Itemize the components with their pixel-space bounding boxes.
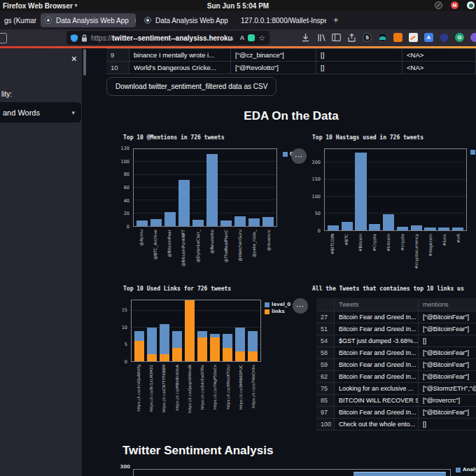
plot-area (133, 148, 277, 227)
new-tab-button[interactable]: + (333, 15, 339, 25)
chart-title: Top 10 @Mentions in 726 tweets (123, 134, 225, 141)
row-index-cell: 85 (316, 395, 335, 407)
scrollbar-thumb[interactable] (83, 49, 86, 76)
row-index-cell: 54 (316, 335, 335, 347)
table-row[interactable]: 85BITCOIN WILL RECOVER S...["@rovercrc"] (316, 395, 476, 407)
x-tick-label: @WatcherGuru (238, 230, 243, 262)
legend-label: links (272, 309, 285, 314)
x-tick-label: @BitcoinFear (167, 230, 172, 258)
x-tick-label: #lunc (442, 234, 447, 246)
tab-data-analysis-active[interactable]: Data Analysis Web App × (41, 13, 136, 27)
downloads-icon[interactable] (301, 33, 310, 42)
table-row[interactable]: 100Check out the whole ento...[] (316, 419, 476, 430)
momentum-icon[interactable] (378, 33, 387, 42)
translate-icon[interactable]: A (240, 34, 245, 41)
bar (369, 149, 380, 230)
sidebar-toggle-icon[interactable] (332, 33, 341, 42)
sidebar: × lity: and Words ▾ (0, 48, 82, 476)
chart-menu-button[interactable]: ⋯ (291, 148, 307, 164)
table-row[interactable]: 27Bitcoin Fear and Greed In...["@Bitcoin… (316, 312, 476, 323)
bar (172, 300, 183, 361)
bar (411, 149, 422, 230)
bar-segment (342, 222, 353, 230)
chevron-down-icon: ▾ (71, 109, 75, 116)
table-cell: binance I mentally wrote i... (130, 49, 231, 62)
table-row[interactable]: 9binance I mentally wrote i...["@cz_bina… (106, 49, 476, 62)
bar-segment (262, 217, 274, 226)
bar-segment (134, 341, 145, 361)
bar (147, 300, 158, 361)
tab-settings-partial[interactable]: gs (Kumar × (0, 13, 36, 27)
table-cell: ["@cz_binance"] (231, 49, 316, 62)
tab-title: 127.0.0.1:8000/Wallet-Inspe (241, 17, 326, 24)
chart-menu-button[interactable]: ⋯ (293, 298, 308, 314)
tab-favicon (45, 17, 52, 24)
x-tick-label: @pete_rizzo_ (252, 230, 257, 258)
table-row[interactable]: 51Bitcoin Fear and Greed In...["@Bitcoin… (316, 323, 476, 335)
stylus-icon[interactable]: S (363, 33, 372, 42)
table-cell: ["@Revolotto"] (231, 62, 316, 74)
y-tick-label: 50 (309, 211, 321, 216)
table-cell: [] (419, 419, 476, 430)
bar-segment (160, 354, 170, 361)
translate-extension-icon[interactable]: A (424, 33, 433, 42)
bar (134, 300, 145, 361)
y-tick-label: 0 (118, 359, 127, 365)
bar-segment (328, 225, 339, 230)
bar (178, 149, 190, 226)
tweets-table[interactable]: Tweetsmentions27Bitcoin Fear and Greed I… (316, 298, 476, 430)
bar (342, 149, 353, 230)
url-text[interactable]: https://twitter--sentiment--analysiss.he… (91, 34, 233, 42)
table-cell: ["@BitcoinFear"] (419, 312, 476, 323)
mail-notifier-icon[interactable]: M (451, 1, 458, 9)
table-row[interactable]: 54$GST just dumped -3.68%...[] (316, 335, 476, 347)
chart-legend-cut (470, 150, 475, 155)
table-row[interactable]: 10World's Dangerous Cricke...["@Revolott… (106, 62, 476, 74)
bar (210, 300, 220, 361)
pocket-icon[interactable] (248, 34, 255, 41)
purple-extension-icon[interactable] (470, 33, 476, 42)
x-tick-label: @TheRealPlanC (224, 230, 229, 262)
bar-segment (369, 224, 380, 230)
system-clock[interactable]: Sun Jun 5 5:04 PM (0, 2, 476, 10)
library-icon[interactable] (316, 33, 326, 42)
table-cell: [] (316, 62, 402, 74)
bookmark-star-icon[interactable]: ☆ (258, 34, 265, 43)
filtered-dataframe[interactable]: 9binance I mentally wrote i...["@cz_bina… (106, 48, 476, 74)
app-indicator-icon[interactable] (467, 1, 475, 9)
close-icon[interactable]: × (134, 17, 136, 24)
orange-extension-icon[interactable] (393, 33, 402, 42)
keyboard-layout-icon[interactable] (435, 1, 442, 9)
bar (235, 300, 246, 361)
download-csv-button[interactable]: Download twitter_sentiment_filtered data… (106, 77, 276, 96)
y-tick-label: 80 (118, 172, 130, 177)
tab-data-analysis-2[interactable]: Data Analysis Web App × (140, 13, 232, 27)
adguard-shield-icon[interactable] (440, 33, 449, 42)
functionality-select[interactable]: and Words ▾ (0, 102, 81, 122)
bar (355, 149, 366, 230)
share-icon[interactable] (347, 33, 356, 42)
x-tick-label: https://t.co/CB75TPK88M (162, 365, 166, 413)
chart-top-links: Top 10 Used Links for 726 tweets 051015 … (119, 283, 307, 431)
tab-wallet-inspector[interactable]: 127.0.0.1:8000/Wallet-Inspe × (237, 13, 326, 27)
table-row[interactable]: 59Bitcoin Fear and Greed In...["@Bitcoin… (316, 359, 476, 371)
notes-icon[interactable] (409, 33, 418, 42)
shield-icon[interactable] (71, 34, 78, 42)
table-row[interactable]: 58Bitcoin Fear and Greed In...["@Bitcoin… (316, 347, 476, 359)
table-cell: [] (419, 335, 476, 347)
table-row[interactable]: 97Bitcoin Fear and Greed In...["@Bitcoin… (316, 407, 476, 419)
x-axis-labels: https://t.co/4cVQuB6Ufghttps://t.co/Bc1s… (131, 363, 261, 430)
sidebar-close-button[interactable]: × (71, 54, 77, 64)
bottom-chart-ytick: 300 (118, 464, 130, 470)
url-bar[interactable]: https://twitter--sentiment--analysiss.he… (66, 31, 270, 45)
table-cell: BITCOIN WILL RECOVER S... (335, 395, 419, 407)
toolbar-partial-icon[interactable] (0, 33, 7, 43)
grammarly-icon[interactable]: G (455, 33, 464, 42)
bars (132, 300, 260, 361)
table-row[interactable]: 62Bitcoin Fear and Greed In...["@Bitcoin… (316, 371, 476, 383)
y-tick-label: 60 (118, 185, 130, 190)
table-cell: Bitcoin Fear and Greed In... (335, 359, 419, 371)
lock-icon[interactable] (81, 34, 88, 42)
table-row[interactable]: 75Looking for an exclusive ...["@StormzE… (316, 383, 476, 395)
x-tick-label: https://t.co/Bc1sLXOM31 (149, 365, 153, 412)
